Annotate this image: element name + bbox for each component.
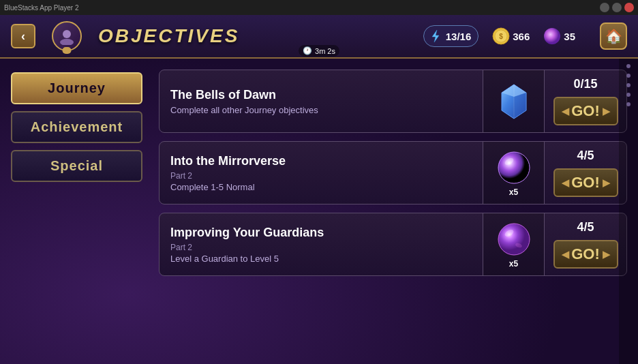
sidebar-dot-1 bbox=[626, 64, 631, 68]
go-label-2: GO! bbox=[569, 245, 603, 263]
avatar-wrap: 2 bbox=[44, 21, 90, 51]
obj-action-1: 4/5 ◀ GO! ▶ bbox=[545, 142, 626, 204]
back-button[interactable]: ‹ bbox=[11, 24, 35, 48]
right-arrow-icon-0: ▶ bbox=[603, 106, 610, 117]
right-arrow-icon-1: ▶ bbox=[603, 177, 610, 188]
left-panel: Journey Achievement Special bbox=[0, 59, 153, 364]
home-button[interactable]: 🏠 bbox=[600, 22, 627, 50]
orb-icon-1 bbox=[497, 151, 531, 185]
orb-icon-2 bbox=[497, 222, 531, 256]
obj-action-2: 4/5 ◀ GO! ▶ bbox=[545, 213, 626, 275]
right-arrow-icon-2: ▶ bbox=[603, 249, 610, 260]
svg-point-1 bbox=[60, 39, 74, 45]
obj-info-2: Improving Your Guardians Part 2 Level a … bbox=[160, 213, 483, 275]
lightning-value: 13/16 bbox=[446, 31, 472, 42]
left-arrow-icon-1: ◀ bbox=[562, 177, 569, 188]
topbar: BlueStacks App Player 2 bbox=[0, 0, 638, 15]
svg-point-11 bbox=[498, 152, 530, 183]
obj-action-0: 0/15 ◀ GO! ▶ bbox=[545, 70, 626, 132]
objective-card-2: Improving Your Guardians Part 2 Level a … bbox=[159, 213, 627, 276]
level-badge: 2 bbox=[62, 47, 71, 54]
obj-description-2: Level a Guardian to Level 5 bbox=[170, 254, 472, 264]
obj-description-1: Complete 1-5 Normal bbox=[170, 182, 472, 192]
reward-multiplier-2: x5 bbox=[509, 259, 518, 269]
orb2-reward-icon bbox=[496, 221, 532, 258]
maximize-btn[interactable] bbox=[612, 3, 622, 12]
lightning-resource: 13/16 bbox=[423, 25, 479, 47]
obj-reward-2: x5 bbox=[483, 213, 545, 275]
lightning-icon bbox=[428, 29, 443, 44]
svg-marker-2 bbox=[432, 30, 439, 42]
go-button-0[interactable]: ◀ GO! ▶ bbox=[553, 97, 618, 125]
close-btn[interactable] bbox=[624, 3, 634, 12]
objective-card-1: Into the Mirrorverse Part 2 Complete 1-5… bbox=[159, 141, 627, 204]
sidebar-dot-5 bbox=[626, 102, 631, 106]
reward-multiplier-1: x5 bbox=[509, 187, 518, 197]
objective-card-0: The Bells of Dawn Complete all other Jou… bbox=[159, 70, 627, 133]
obj-reward-1: x5 bbox=[483, 142, 545, 204]
go-label-1: GO! bbox=[569, 174, 603, 192]
clock-icon: 🕐 bbox=[303, 46, 312, 55]
obj-title-0: The Bells of Dawn bbox=[170, 88, 472, 102]
topbar-controls bbox=[600, 3, 634, 12]
header-resources: 13/16 $ 366 bbox=[423, 22, 627, 50]
orb-reward-icon bbox=[496, 149, 532, 186]
obj-info-1: Into the Mirrorverse Part 2 Complete 1-5… bbox=[160, 142, 483, 204]
progress-text-1: 4/5 bbox=[577, 149, 594, 163]
sidebar-dot-3 bbox=[626, 83, 631, 87]
go-label-0: GO! bbox=[569, 102, 603, 120]
coin-icon: $ bbox=[492, 27, 510, 45]
timer-text: 3m 2s bbox=[315, 47, 335, 55]
obj-title-2: Improving Your Guardians bbox=[170, 226, 472, 240]
svg-text:$: $ bbox=[500, 33, 504, 40]
progress-text-2: 4/5 bbox=[577, 220, 594, 234]
left-arrow-icon-0: ◀ bbox=[562, 106, 569, 117]
sidebar-dot-2 bbox=[626, 74, 631, 78]
sidebar-item-achievement[interactable]: Achievement bbox=[11, 111, 142, 143]
gem-value: 35 bbox=[564, 31, 575, 42]
left-arrow-icon-2: ◀ bbox=[562, 249, 569, 260]
crystal-reward-icon bbox=[496, 83, 532, 120]
minimize-btn[interactable] bbox=[600, 3, 609, 12]
obj-subtitle-2: Part 2 bbox=[170, 243, 472, 252]
timer-badge: 🕐 3m 2s bbox=[299, 45, 339, 57]
progress-text-0: 0/15 bbox=[573, 77, 597, 91]
sidebar-item-special[interactable]: Special bbox=[11, 150, 142, 182]
gem-icon bbox=[543, 27, 561, 45]
coin-resource: $ 366 bbox=[492, 27, 530, 45]
topbar-title: BlueStacks App Player 2 bbox=[4, 4, 79, 12]
coin-value: 366 bbox=[513, 31, 530, 42]
obj-subtitle-1: Part 2 bbox=[170, 171, 472, 181]
gem-resource: 35 bbox=[543, 27, 575, 45]
obj-info-0: The Bells of Dawn Complete all other Jou… bbox=[160, 70, 483, 132]
crystal-icon bbox=[499, 83, 529, 120]
main-content: The Bells of Dawn Complete all other Jou… bbox=[153, 59, 638, 364]
svg-point-6 bbox=[544, 28, 560, 44]
sidebar-item-journey[interactable]: Journey bbox=[11, 72, 142, 104]
obj-description-0: Complete all other Journey objectives bbox=[170, 105, 472, 115]
go-button-1[interactable]: ◀ GO! ▶ bbox=[553, 168, 618, 197]
svg-point-0 bbox=[63, 30, 71, 38]
obj-reward-0 bbox=[483, 70, 545, 132]
right-sidebar bbox=[619, 59, 638, 364]
svg-point-13 bbox=[498, 224, 530, 255]
go-button-2[interactable]: ◀ GO! ▶ bbox=[553, 240, 618, 269]
game-window: ‹ 2 OBJECTIVES 🕐 3m 2s 13/16 bbox=[0, 15, 638, 364]
sidebar-dot-4 bbox=[626, 93, 631, 97]
obj-title-1: Into the Mirrorverse bbox=[170, 154, 472, 168]
header: ‹ 2 OBJECTIVES 🕐 3m 2s 13/16 bbox=[0, 15, 638, 59]
page-title: OBJECTIVES bbox=[98, 25, 239, 47]
